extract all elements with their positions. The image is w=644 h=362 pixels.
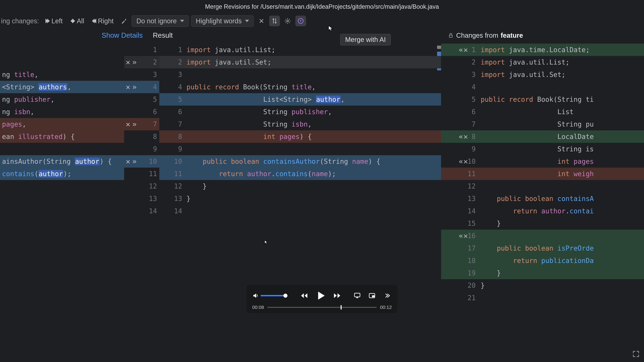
- merge-with-ai-button[interactable]: [295, 15, 306, 26]
- gutter-row: 2: [441, 56, 478, 68]
- rewind-button[interactable]: [299, 291, 309, 301]
- mouse-cursor-icon: [328, 25, 334, 31]
- apply-change-icon[interactable]: «: [459, 155, 462, 168]
- reject-change-icon[interactable]: ✕: [126, 81, 130, 93]
- video-player: 00:08 00:12: [246, 285, 398, 313]
- gutter-row: 12: [441, 180, 478, 192]
- wand-icon: [120, 17, 127, 24]
- gutter-row: 9: [441, 143, 478, 155]
- result-code-line: import java.util.List;: [184, 43, 441, 56]
- left-pane[interactable]: ng title,<String> authors,ng publisher,n…: [0, 43, 124, 362]
- apply-change-icon[interactable]: »: [132, 81, 135, 93]
- apply-change-icon[interactable]: »: [132, 155, 135, 168]
- right-code-line: int pages: [478, 155, 644, 168]
- reject-change-icon[interactable]: ✕: [126, 118, 130, 130]
- left-code-line: <String> authors,: [0, 81, 124, 93]
- gutter-row: 12: [124, 180, 159, 192]
- forward-button[interactable]: [332, 291, 342, 301]
- volume-control[interactable]: [252, 292, 286, 299]
- left-code-line: ainsAuthor(String author) {: [0, 155, 124, 168]
- highlight-dropdown[interactable]: Highlight words: [191, 15, 254, 27]
- reject-change-icon[interactable]: ✕: [126, 56, 130, 68]
- chevron-down-icon: [245, 20, 249, 22]
- left-code-line: ean illustrated) {: [0, 130, 124, 143]
- gutter-row: 6: [441, 106, 478, 118]
- fullscreen-icon[interactable]: [632, 350, 640, 358]
- right-code-line: }: [478, 279, 644, 292]
- right-code-line: import java.util.Set;: [478, 68, 644, 81]
- result-code-line: import java.util.Set;: [184, 56, 441, 68]
- apply-all-button[interactable]: All: [68, 16, 87, 26]
- result-tab[interactable]: Result: [153, 31, 173, 39]
- gutter-row: 3: [441, 68, 478, 81]
- sync-scroll-button[interactable]: [269, 15, 280, 26]
- ignore-whitespace-dropdown[interactable]: Do not ignore: [132, 15, 189, 27]
- apply-change-icon[interactable]: »: [132, 118, 135, 130]
- volume-slider[interactable]: [260, 295, 286, 296]
- gutter-row: 19: [441, 267, 478, 279]
- gutter-row: 1: [159, 43, 184, 56]
- gutter-row: 8: [159, 130, 184, 143]
- reject-change-icon[interactable]: ✕: [464, 230, 468, 242]
- left-code-line: contains(author);: [0, 168, 124, 180]
- right-code-line: public boolean containsA: [478, 192, 644, 205]
- gutter-row: 14: [441, 205, 478, 217]
- gutter-row: 8: [124, 130, 159, 143]
- time-current: 00:08: [252, 305, 264, 310]
- magic-resolve-button[interactable]: [118, 15, 129, 26]
- left-code-line: [0, 143, 124, 155]
- result-code-line: List<String> author,: [184, 93, 441, 106]
- more-button[interactable]: [382, 291, 392, 301]
- tooltip-merge-ai: Merge with AI: [340, 34, 391, 45]
- apply-change-icon[interactable]: «: [459, 43, 462, 56]
- right-code-line: return author.contai: [478, 205, 644, 217]
- highlight-label: Highlight words: [196, 17, 242, 25]
- result-code-line: String publisher,: [184, 106, 441, 118]
- airplay-button[interactable]: [352, 291, 362, 301]
- right-code-line: List: [478, 106, 644, 118]
- gutter-row: 18: [441, 254, 478, 267]
- right-code-line: int weigh: [478, 168, 644, 180]
- show-details-link[interactable]: Show Details: [102, 31, 143, 39]
- speaker-icon: [252, 292, 259, 299]
- result-pane[interactable]: import java.util.List;import java.util.S…: [184, 43, 441, 362]
- left-gutter: 12✕»34✕»567✕»8910✕»11121314: [124, 43, 159, 362]
- ignore-label: Do not ignore: [136, 17, 176, 25]
- right-pane[interactable]: import java.time.LocalDate;import java.u…: [478, 43, 644, 362]
- collapse-unchanged-button[interactable]: [256, 15, 267, 26]
- gutter-row: 8«✕: [441, 130, 478, 143]
- apply-change-icon[interactable]: »: [132, 56, 135, 68]
- reject-change-icon[interactable]: ✕: [464, 130, 468, 143]
- seek-bar[interactable]: [267, 307, 377, 308]
- gutter-row: 7: [159, 118, 184, 130]
- right-code-line: public record Book(String ti: [478, 93, 644, 106]
- svg-point-0: [287, 20, 289, 22]
- play-button[interactable]: [314, 289, 327, 302]
- reject-change-icon[interactable]: ✕: [126, 155, 130, 168]
- apply-right-button[interactable]: Right: [89, 16, 116, 26]
- reject-change-icon[interactable]: ✕: [464, 155, 468, 168]
- gutter-row: 1«✕: [441, 43, 478, 56]
- gutter-row: 4✕»: [124, 81, 159, 93]
- gutter-row: 7✕»: [124, 118, 159, 130]
- gutter-row: 6: [124, 106, 159, 118]
- gutter-row: 5: [159, 93, 184, 106]
- double-chevron-right-icon: [46, 17, 50, 25]
- apply-change-icon[interactable]: «: [459, 130, 462, 143]
- pip-button[interactable]: [367, 291, 377, 301]
- result-code-line: String isbn,: [184, 118, 441, 130]
- apply-left-button[interactable]: Left: [43, 16, 66, 26]
- gutter-row: 13: [159, 192, 184, 205]
- result-code-line: public record Book(String title,: [184, 81, 441, 93]
- right-code-line: }: [478, 267, 644, 279]
- left-code-line: [0, 192, 124, 205]
- gutter-row: 11: [124, 168, 159, 180]
- diff-settings-button[interactable]: [282, 15, 293, 26]
- gutter-row: 13: [441, 192, 478, 205]
- gutter-row: 12: [159, 180, 184, 192]
- result-code-line: [184, 143, 441, 155]
- svg-rect-3: [354, 293, 360, 297]
- reject-change-icon[interactable]: ✕: [464, 43, 468, 56]
- apply-change-icon[interactable]: «: [459, 230, 462, 242]
- gutter-row: 3: [159, 68, 184, 81]
